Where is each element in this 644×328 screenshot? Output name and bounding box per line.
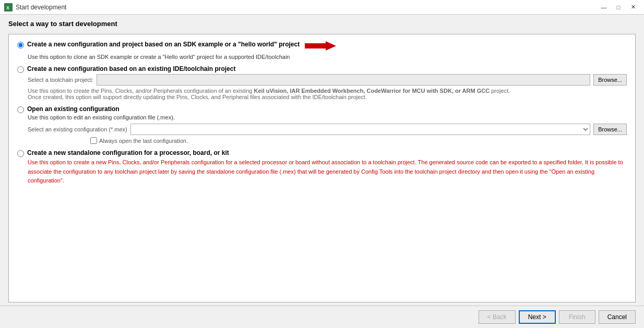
option2-extra-desc: Use this option to create the Pins, Cloc… [28,88,627,100]
window-controls: — □ ✕ [597,2,640,13]
option3-radio[interactable] [17,106,24,113]
title-bar: X Start development — □ ✕ [0,0,644,15]
option-row-2: Create a new configuration based on an e… [17,65,627,73]
cancel-button[interactable]: Cancel [599,310,636,324]
option-group-2: Create a new configuration based on an e… [17,65,627,100]
toolchain-project-input[interactable] [97,74,590,86]
page-title: Select a way to start development [8,20,636,28]
options-box: Create a new configuration and project b… [8,34,636,302]
option1-label: Create a new configuration and project b… [27,41,300,48]
option-group-1: Create a new configuration and project b… [17,41,627,60]
window-title: Start development [16,4,597,11]
page-header: Select a way to start development [0,15,644,31]
last-config-checkbox[interactable] [90,137,97,144]
option-group-4: Create a new standalone configuration fo… [17,149,627,186]
finish-button[interactable]: Finish [559,310,595,324]
maximize-button[interactable]: □ [612,2,625,13]
option-row-3: Open an existing configuration [17,105,627,113]
option2-browse-button[interactable]: Browse... [593,74,627,86]
minimize-button[interactable]: — [597,2,611,13]
option3-browse-button[interactable]: Browse... [593,124,627,135]
option2-radio[interactable] [17,66,24,73]
option3-checkbox-row: Always open the last configuration. [90,137,627,144]
option3-desc: Use this option to edit an existing conf… [28,114,627,120]
option2-field-label: Select a toolchain project: [28,77,93,83]
option-group-3: Open an existing configuration Use this … [17,105,627,144]
option4-label: Create a new standalone configuration fo… [27,149,229,156]
app-icon: X [4,3,13,11]
existing-config-select[interactable] [130,124,590,135]
option1-desc: Use this option to clone an SDK example … [28,54,627,60]
window: X Start development — □ ✕ Select a way t… [0,0,644,328]
option2-field-row: Select a toolchain project: Browse... [28,74,627,86]
option-row-4: Create a new standalone configuration fo… [17,149,627,157]
option3-field-label: Select an existing configuration (*.mex) [28,126,127,132]
last-config-label: Always open the last configuration. [99,138,188,144]
svg-text:X: X [6,5,9,10]
option2-label: Create a new configuration based on an e… [27,65,235,72]
next-button[interactable]: Next > [519,310,556,324]
main-content: Create a new configuration and project b… [0,31,644,306]
footer: < Back Next > Finish Cancel [0,306,644,328]
option-row-1: Create a new configuration and project b… [17,41,627,53]
svg-marker-2 [305,41,336,51]
option4-red-desc: Use this option to create a new Pins, Cl… [28,158,627,186]
option1-radio[interactable] [17,42,24,48]
arrow-indicator [305,41,336,53]
close-button[interactable]: ✕ [626,2,640,13]
option3-label: Open an existing configuration [27,105,120,113]
option3-field-row: Select an existing configuration (*.mex)… [28,124,627,135]
back-button[interactable]: < Back [479,310,516,324]
option4-radio[interactable] [17,150,24,157]
